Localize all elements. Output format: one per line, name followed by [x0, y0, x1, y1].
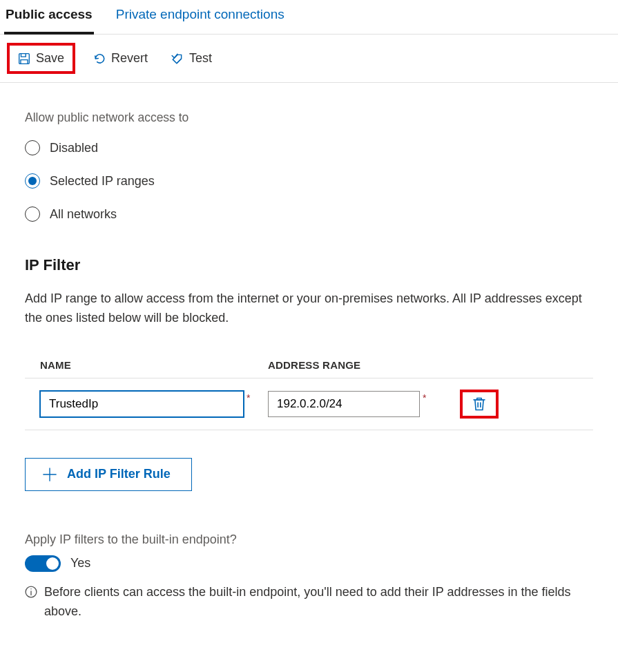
- info-text: Before clients can access the built-in e…: [44, 583, 593, 622]
- toolbar: Save Revert Test: [0, 35, 618, 83]
- apply-filters-question: Apply IP filters to the built-in endpoin…: [25, 532, 593, 547]
- range-input[interactable]: [268, 391, 420, 417]
- col-range-header: ADDRESS RANGE: [268, 359, 447, 371]
- radio-disabled[interactable]: Disabled: [25, 140, 593, 155]
- radio-circle-icon: [25, 140, 40, 155]
- cell-range: *: [268, 391, 447, 417]
- ip-filter-description: Add IP range to allow access from the in…: [25, 289, 593, 328]
- test-button[interactable]: Test: [166, 48, 218, 68]
- info-row: Before clients can access the built-in e…: [25, 583, 593, 622]
- add-ip-filter-label: Add IP Filter Rule: [67, 467, 171, 481]
- revert-button[interactable]: Revert: [88, 48, 153, 68]
- save-icon: [18, 52, 30, 65]
- radio-circle-icon: [25, 173, 40, 189]
- required-star-icon: *: [423, 392, 426, 403]
- test-label: Test: [189, 51, 212, 66]
- toggle-label: Yes: [70, 556, 90, 570]
- info-icon: [25, 586, 37, 598]
- radio-selected-ip[interactable]: Selected IP ranges: [25, 173, 593, 189]
- add-ip-filter-button[interactable]: Add IP Filter Rule: [25, 458, 192, 491]
- undo-icon: [93, 52, 106, 65]
- radio-selected-ip-label: Selected IP ranges: [50, 174, 155, 189]
- save-label: Save: [36, 51, 64, 66]
- col-name-header: NAME: [40, 359, 268, 371]
- trash-icon[interactable]: [472, 396, 486, 412]
- ip-filter-table: NAME ADDRESS RANGE * *: [25, 352, 593, 430]
- table-header: NAME ADDRESS RANGE: [25, 352, 593, 378]
- cell-name: *: [40, 391, 268, 417]
- test-icon: [171, 52, 184, 65]
- toggle-knob-icon: [46, 557, 59, 570]
- ip-filter-heading: IP Filter: [25, 256, 593, 274]
- radio-disabled-label: Disabled: [50, 141, 98, 155]
- content-area: Allow public network access to Disabled …: [0, 83, 618, 622]
- tab-public-access[interactable]: Public access: [4, 0, 94, 35]
- table-row: * *: [25, 378, 593, 430]
- toggle-row: Yes: [25, 555, 593, 572]
- required-star-icon: *: [247, 392, 250, 403]
- save-button[interactable]: Save: [12, 48, 70, 68]
- access-heading: Allow public network access to: [25, 111, 593, 125]
- highlight-delete: [460, 390, 499, 419]
- revert-label: Revert: [111, 51, 148, 66]
- apply-filters-toggle[interactable]: [25, 555, 61, 572]
- access-radio-group: Disabled Selected IP ranges All networks: [25, 140, 593, 222]
- radio-all-networks-label: All networks: [50, 207, 117, 222]
- radio-all-networks[interactable]: All networks: [25, 207, 593, 222]
- name-input[interactable]: [40, 391, 244, 417]
- radio-circle-icon: [25, 207, 40, 222]
- radio-dot-icon: [28, 177, 37, 185]
- tabs-bar: Public access Private endpoint connectio…: [0, 0, 618, 35]
- plus-icon: [42, 467, 57, 482]
- tab-private-endpoint[interactable]: Private endpoint connections: [115, 0, 286, 34]
- highlight-save: Save: [7, 43, 75, 74]
